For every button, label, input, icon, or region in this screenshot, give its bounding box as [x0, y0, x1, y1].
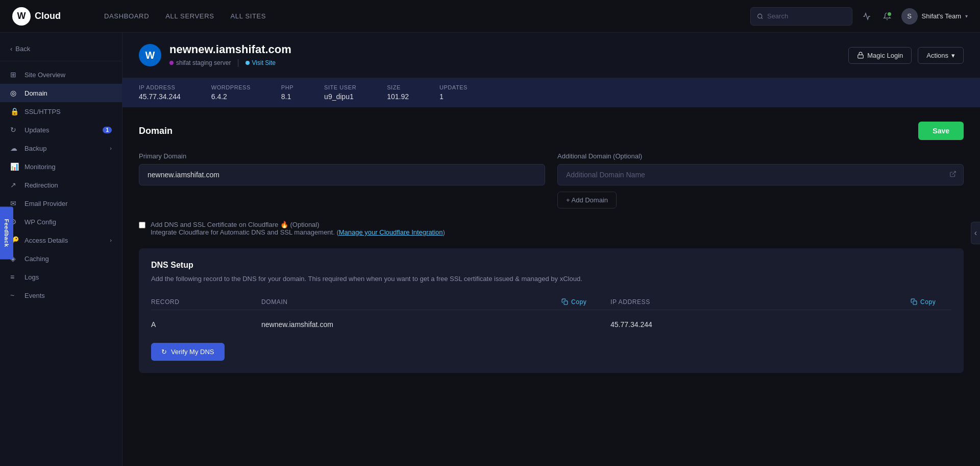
notification-btn[interactable]	[881, 10, 893, 22]
sidebar-item-label: Events	[24, 292, 112, 299]
magic-login-label: Magic Login	[867, 52, 903, 59]
domain-header: Domain Save	[139, 122, 964, 140]
additional-domain-input-wrapper	[557, 164, 964, 185]
domain-fields: Primary Domain Additional Domain (Option…	[139, 152, 964, 208]
activity-icon-btn[interactable]	[861, 10, 873, 22]
dns-domain-copy-button[interactable]: Copy	[561, 298, 602, 306]
site-user-value: u9_dipu1	[324, 92, 356, 101]
sidebar: ‹ Back ⊞ Site Overview ◎ Domain 🔒 SSL/HT…	[0, 33, 122, 466]
sidebar-back-button[interactable]: ‹ Back	[0, 41, 122, 61]
sidebar-item-label: Redirection	[24, 181, 112, 189]
site-title-area: W newnew.iamshifat.com shifat staging se…	[139, 43, 291, 67]
size-value: 101.92	[387, 92, 409, 101]
sidebar-item-updates[interactable]: ↻ Updates 1	[0, 121, 122, 139]
sidebar-item-backup[interactable]: ☁ Backup ›	[0, 139, 122, 157]
backup-icon: ☁	[10, 144, 19, 152]
sidebar-item-label: Site Overview	[24, 71, 112, 79]
nav-links: DASHBOARD ALL SERVERS ALL SITES	[104, 12, 266, 20]
dns-description: Add the following record to the DNS for …	[151, 274, 951, 284]
svg-rect-1	[858, 55, 864, 58]
sidebar-item-wp-config[interactable]: ⚙ WP Config	[0, 213, 122, 231]
sidebar-item-domain[interactable]: ◎ Domain	[0, 84, 122, 102]
feedback-label: Feedback	[4, 219, 10, 247]
stat-updates: UPDATES 1	[439, 84, 468, 101]
updates-badge: 1	[103, 127, 112, 133]
cloudflare-integration-link[interactable]: Manage your Cloudflare Integration	[339, 228, 443, 236]
separator: |	[237, 58, 239, 67]
sidebar-item-caching[interactable]: ◈ Caching	[0, 249, 122, 268]
cloudflare-link-close: )	[443, 228, 445, 236]
dns-ip-value: 45.77.34.244	[610, 320, 902, 329]
additional-domain-input[interactable]	[557, 164, 964, 185]
redirection-icon: ↗	[10, 181, 19, 189]
add-domain-button[interactable]: + Add Domain	[557, 192, 617, 208]
sidebar-item-events[interactable]: ~ Events	[0, 286, 122, 305]
save-button[interactable]: Save	[918, 122, 964, 140]
logo-text: Cloud	[35, 11, 61, 21]
visit-dot-icon	[246, 61, 250, 65]
wordpress-icon: W	[139, 44, 161, 66]
visit-site-label: Visit Site	[252, 59, 276, 66]
dns-col-record: Record	[151, 298, 253, 306]
actions-chevron-icon: ▾	[951, 52, 955, 59]
magic-login-button[interactable]: Magic Login	[848, 47, 912, 64]
primary-domain-label: Primary Domain	[139, 152, 545, 160]
content-area: Domain Save Primary Domain Additional Do…	[122, 107, 980, 387]
search-box[interactable]	[750, 7, 852, 26]
primary-domain-input[interactable]	[139, 164, 545, 185]
sidebar-item-monitoring[interactable]: 📊 Monitoring	[0, 157, 122, 176]
additional-domain-group: Additional Domain (Optional) + Add Domai…	[557, 152, 964, 208]
nav-right: S Shifat's Team ▾	[750, 7, 968, 26]
nav-link-all-servers[interactable]: ALL SERVERS	[165, 12, 214, 20]
right-panel-toggle[interactable]: ‹	[971, 222, 980, 244]
back-arrow-icon: ‹	[10, 45, 12, 53]
ip-address-value: 45.77.34.244	[139, 92, 181, 101]
dns-record-type: A	[151, 320, 253, 329]
sidebar-item-label: Monitoring	[24, 163, 112, 171]
site-actions: Magic Login Actions ▾	[848, 47, 964, 64]
visit-site-link[interactable]: Visit Site	[246, 59, 276, 66]
feedback-tab[interactable]: Feedback	[0, 206, 13, 259]
dns-ip-copy-button[interactable]: Copy	[911, 298, 951, 306]
sidebar-item-email-provider[interactable]: ✉ Email Provider	[0, 194, 122, 213]
user-avatar[interactable]: S Shifat's Team ▾	[901, 8, 968, 25]
user-name: Shifat's Team	[922, 12, 961, 20]
search-input[interactable]	[767, 12, 846, 20]
magic-login-icon	[857, 52, 864, 59]
site-overview-icon: ⊞	[10, 71, 19, 79]
sidebar-item-site-overview[interactable]: ⊞ Site Overview	[0, 65, 122, 84]
size-label: SIZE	[387, 84, 409, 90]
backup-arrow-icon: ›	[110, 145, 112, 151]
sidebar-item-label: WP Config	[24, 218, 112, 226]
top-navigation: W Cloud DASHBOARD ALL SERVERS ALL SITES …	[0, 0, 980, 33]
actions-button[interactable]: Actions ▾	[918, 47, 964, 64]
sidebar-item-redirection[interactable]: ↗ Redirection	[0, 176, 122, 194]
cloudflare-checkbox[interactable]	[139, 222, 145, 228]
dns-ip-copy-label: Copy	[920, 298, 936, 306]
monitoring-icon: 📊	[10, 162, 19, 171]
site-header: W newnew.iamshifat.com shifat staging se…	[122, 33, 980, 78]
access-arrow-icon: ›	[110, 237, 112, 243]
avatar-img: S	[901, 8, 918, 25]
sidebar-item-ssl-https[interactable]: 🔒 SSL/HTTPS	[0, 102, 122, 121]
sidebar-item-label: Domain	[24, 89, 112, 97]
main-content: W newnew.iamshifat.com shifat staging se…	[122, 33, 980, 466]
stat-size: SIZE 101.92	[387, 84, 409, 101]
site-name: newnew.iamshifat.com	[169, 43, 291, 56]
sidebar-item-access-details[interactable]: 🔑 Access Details ›	[0, 231, 122, 249]
php-value: 8.1	[281, 92, 293, 101]
external-link-icon[interactable]	[949, 171, 957, 179]
domain-title: Domain	[139, 126, 173, 136]
cloudflare-row: Add DNS and SSL Certificate on Cloudflar…	[139, 221, 964, 236]
nav-link-dashboard[interactable]: DASHBOARD	[104, 12, 149, 20]
verify-dns-button[interactable]: ↻ Verify My DNS	[151, 343, 225, 361]
site-server: shifat staging server	[169, 59, 231, 66]
sidebar-item-label: SSL/HTTPS	[24, 108, 112, 115]
stats-bar: IP ADDRESS 45.77.34.244 WORDPRESS 6.4.2 …	[122, 78, 980, 107]
stat-wordpress: WORDPRESS 6.4.2	[211, 84, 251, 101]
site-meta: shifat staging server | Visit Site	[169, 58, 291, 67]
cloudflare-label: Add DNS and SSL Certificate on Cloudflar…	[151, 221, 320, 228]
sidebar-item-logs[interactable]: ≡ Logs	[0, 268, 122, 286]
wordpress-value: 6.4.2	[211, 92, 251, 101]
nav-link-all-sites[interactable]: ALL SITES	[231, 12, 266, 20]
